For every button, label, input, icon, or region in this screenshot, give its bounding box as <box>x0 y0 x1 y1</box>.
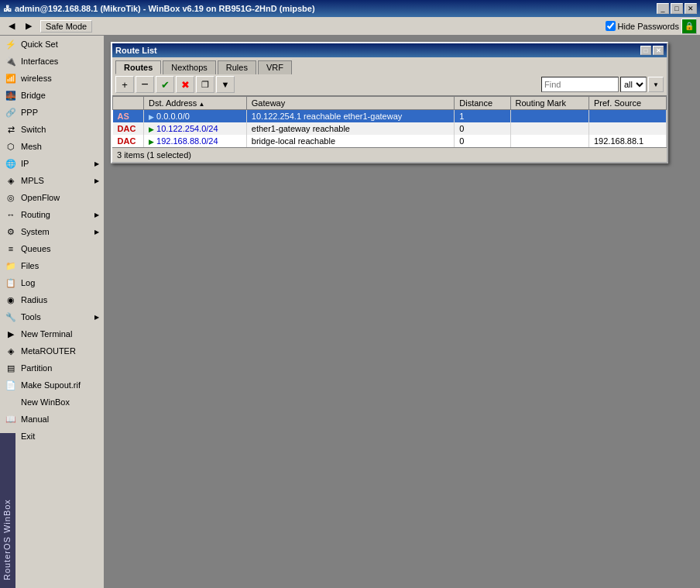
manual-label: Manual <box>21 414 49 424</box>
cell-dst-0: ▶ 0.0.0.0/0 <box>144 110 247 123</box>
route-toolbar: + − ✔ ✖ ❐ ▼ all ▼ <box>112 74 667 96</box>
col-pref-source[interactable]: Pref. Source <box>589 97 667 110</box>
cell-pref-source-0 <box>589 110 667 123</box>
sidebar-item-queues[interactable]: ≡Queues <box>0 240 104 257</box>
sidebar-item-mesh[interactable]: ⬡Mesh <box>0 138 104 155</box>
cell-pref-source-1 <box>589 122 667 135</box>
tab-rules[interactable]: Rules <box>218 60 256 74</box>
content-area: Route List □ ✕ Routes Nexthops Rules VRF… <box>105 36 700 588</box>
enable-button[interactable]: ✔ <box>156 76 174 93</box>
window-title: admin@192.168.88.1 (MikroTik) - WinBox v… <box>15 4 315 13</box>
routing-label: Routing <box>21 210 50 219</box>
bridge-label: Bridge <box>21 91 46 100</box>
log-icon: 📋 <box>5 277 17 289</box>
find-select[interactable]: all <box>620 77 647 92</box>
sidebar-item-quick-set[interactable]: ⚡Quick Set <box>0 36 104 53</box>
title-bar: 🖧 admin@192.168.88.1 (MikroTik) - WinBox… <box>0 0 700 17</box>
sidebar-item-mpls[interactable]: ◈MPLS <box>0 172 104 189</box>
mesh-icon: ⬡ <box>5 140 17 153</box>
sidebar-item-meta-router[interactable]: ◈MetaROUTER <box>0 342 104 359</box>
new-terminal-icon: ▶ <box>5 328 17 340</box>
openflow-icon: ◎ <box>5 191 17 204</box>
copy-button[interactable]: ❐ <box>196 76 214 93</box>
sidebar-item-partition[interactable]: ▤Partition <box>0 359 104 377</box>
route-list-titlebar: Route List □ ✕ <box>112 43 667 57</box>
log-label: Log <box>21 278 35 287</box>
col-routing-mark[interactable]: Routing Mark <box>510 97 588 110</box>
new-winbox-icon <box>5 396 17 408</box>
cell-routing-mark-0 <box>510 110 588 123</box>
find-input[interactable] <box>541 77 619 92</box>
sidebar-item-wireless[interactable]: 📶wireless <box>0 70 104 87</box>
sidebar: ⚡Quick Set🔌Interfaces📶wireless🌉Bridge🔗PP… <box>0 36 105 588</box>
route-list-close[interactable]: ✕ <box>653 46 664 55</box>
routing-icon: ↔ <box>5 208 17 221</box>
sidebar-item-switch[interactable]: ⇄Switch <box>0 121 104 138</box>
cell-gateway-0: 10.122.254.1 reachable ether1-gateway <box>246 110 455 123</box>
forward-button[interactable]: ▶ <box>20 19 37 34</box>
bridge-icon: 🌉 <box>5 89 17 101</box>
sidebar-item-files[interactable]: 📁Files <box>0 257 104 274</box>
winbox-vertical-label: RouterOS WinBox <box>0 433 15 588</box>
sidebar-item-new-winbox[interactable]: New WinBox <box>0 394 104 411</box>
sidebar-item-new-terminal[interactable]: ▶New Terminal <box>0 325 104 342</box>
sidebar-item-log[interactable]: 📋Log <box>0 274 104 291</box>
route-list-maximize[interactable]: □ <box>640 46 651 55</box>
cell-pref-source-2: 192.168.88.1 <box>589 135 667 147</box>
cell-flags-2: DAC <box>113 135 144 147</box>
sidebar-item-ppp[interactable]: 🔗PPP <box>0 104 104 121</box>
sidebar-item-tools[interactable]: 🔧Tools <box>0 308 104 325</box>
col-gateway[interactable]: Gateway <box>246 97 455 110</box>
files-icon: 📁 <box>5 260 17 272</box>
disable-button[interactable]: ✖ <box>176 76 194 93</box>
sidebar-item-ip[interactable]: 🌐IP <box>0 155 104 172</box>
sidebar-item-openflow[interactable]: ◎OpenFlow <box>0 189 104 206</box>
wireless-label: wireless <box>21 74 52 83</box>
title-bar-controls[interactable]: _ □ ✕ <box>657 3 697 14</box>
sidebar-item-make-supout[interactable]: 📄Make Supout.rif <box>0 377 104 394</box>
minimize-button[interactable]: _ <box>657 3 669 14</box>
safe-mode-button[interactable]: Safe Mode <box>40 20 92 33</box>
quick-set-label: Quick Set <box>21 40 58 49</box>
cell-routing-mark-2 <box>510 135 588 147</box>
new-winbox-label: New WinBox <box>21 397 70 407</box>
route-table: Dst. Address Gateway Distance Routing Ma… <box>112 96 667 147</box>
hide-passwords-checkbox[interactable] <box>606 21 616 31</box>
interfaces-label: Interfaces <box>21 57 58 66</box>
sidebar-item-system[interactable]: ⚙System <box>0 223 104 240</box>
back-button[interactable]: ◀ <box>3 19 20 34</box>
route-status-bar: 3 items (1 selected) <box>112 147 667 162</box>
col-dst[interactable]: Dst. Address <box>144 97 247 110</box>
close-button[interactable]: ✕ <box>685 3 697 14</box>
sidebar-item-routing[interactable]: ↔Routing <box>0 206 104 223</box>
table-row[interactable]: DAC▶ 192.168.88.0/24bridge-local reachab… <box>113 135 667 147</box>
radius-label: Radius <box>21 295 47 304</box>
tools-label: Tools <box>21 312 41 322</box>
mpls-icon: ◈ <box>5 174 17 187</box>
cell-flags-0: AS <box>113 110 144 123</box>
tab-routes[interactable]: Routes <box>115 60 161 74</box>
add-button[interactable]: + <box>115 76 134 93</box>
cell-gateway-1: ether1-gateway reachable <box>246 122 455 135</box>
remove-button[interactable]: − <box>136 76 154 93</box>
tab-nexthops[interactable]: Nexthops <box>163 60 215 74</box>
table-row[interactable]: DAC▶ 10.122.254.0/24ether1-gateway reach… <box>113 122 667 135</box>
sidebar-item-bridge[interactable]: 🌉Bridge <box>0 87 104 104</box>
radius-icon: ◉ <box>5 294 17 306</box>
col-flags[interactable] <box>113 97 144 110</box>
filter-button[interactable]: ▼ <box>216 76 235 93</box>
manual-icon: 📖 <box>5 413 17 425</box>
col-distance[interactable]: Distance <box>455 97 510 110</box>
sidebar-item-manual[interactable]: 📖Manual <box>0 411 104 428</box>
maximize-button[interactable]: □ <box>671 3 683 14</box>
make-supout-icon: 📄 <box>5 379 17 391</box>
sidebar-item-radius[interactable]: ◉Radius <box>0 291 104 308</box>
window-controls[interactable]: □ ✕ <box>640 46 664 55</box>
sidebar-item-interfaces[interactable]: 🔌Interfaces <box>0 53 104 70</box>
wireless-icon: 📶 <box>5 72 17 84</box>
find-dropdown-button[interactable]: ▼ <box>648 77 664 92</box>
table-row[interactable]: AS▶ 0.0.0.0/010.122.254.1 reachable ethe… <box>113 110 667 123</box>
ppp-icon: 🔗 <box>5 106 17 119</box>
sidebar-item-exit[interactable]: ✖Exit <box>0 428 104 445</box>
tab-vrf[interactable]: VRF <box>258 60 292 74</box>
